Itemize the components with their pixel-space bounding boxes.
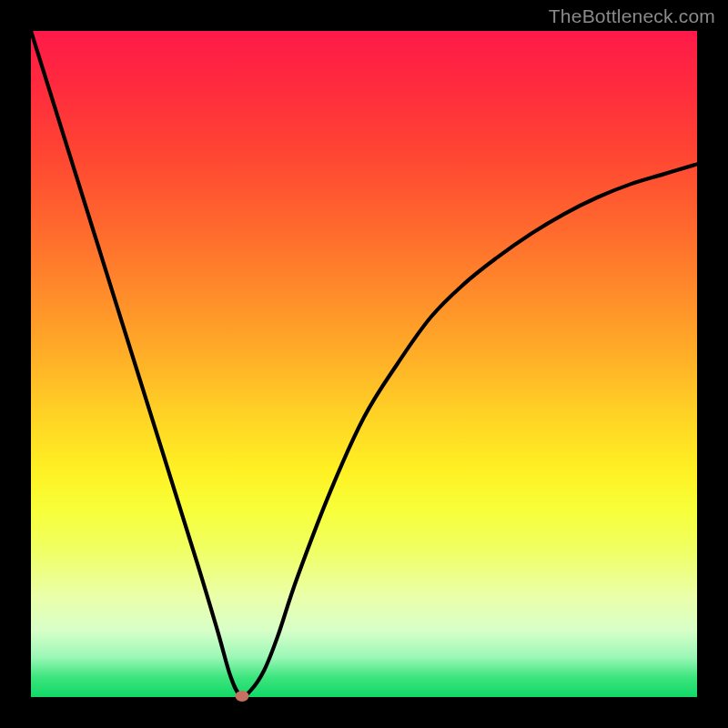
plot-area [31, 31, 697, 697]
bottleneck-curve [31, 31, 697, 697]
chart-frame: TheBottleneck.com [0, 0, 728, 728]
optimal-point-marker [236, 691, 249, 702]
watermark-text: TheBottleneck.com [549, 5, 715, 27]
